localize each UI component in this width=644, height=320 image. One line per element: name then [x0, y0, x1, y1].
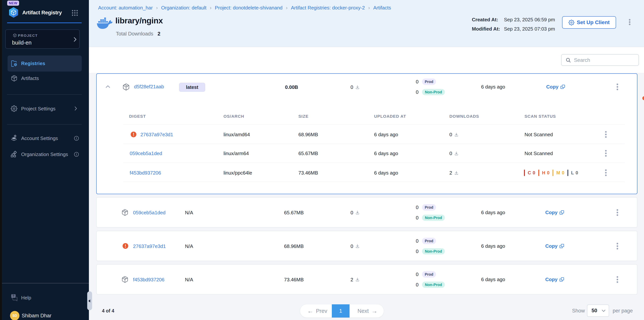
svg-text:?: ?	[12, 294, 14, 298]
